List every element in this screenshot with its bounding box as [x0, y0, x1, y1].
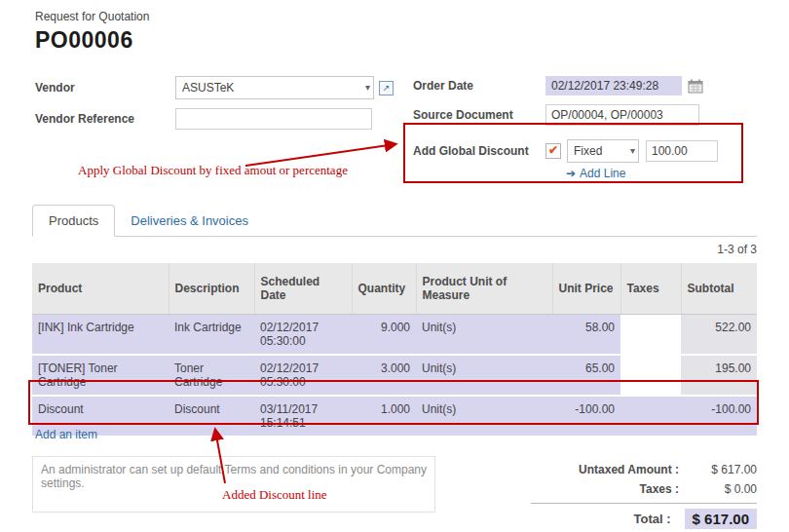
- cell-product[interactable]: [INK] Ink Cartridge: [32, 315, 169, 356]
- col-header-quantity[interactable]: Quantity: [352, 263, 416, 315]
- vendor-reference-input[interactable]: [175, 108, 372, 130]
- total-row: Total : $ 617.00: [531, 506, 757, 532]
- terms-and-conditions-input[interactable]: An administrator can set up default Term…: [32, 456, 435, 513]
- discount-amount-input[interactable]: 100.00: [646, 140, 718, 162]
- chevron-down-icon[interactable]: ▾: [365, 77, 370, 98]
- total-value: $ 617.00: [685, 509, 757, 529]
- arrow-right-icon: ➔: [566, 167, 576, 180]
- document-type-label: Request for Quotation: [35, 10, 149, 23]
- col-header-subtotal[interactable]: Subtotal: [681, 263, 757, 315]
- untaxed-amount-value: $ 617.00: [695, 463, 757, 476]
- taxes-value: $ 0.00: [695, 482, 757, 496]
- totals-panel: Untaxed Amount : $ 617.00 Taxes : $ 0.00…: [531, 460, 757, 532]
- taxes-row: Taxes : $ 0.00: [531, 479, 757, 499]
- cell-uom[interactable]: Unit(s): [416, 396, 552, 437]
- cell-description[interactable]: Toner Cartridge: [169, 355, 254, 396]
- cell-subtotal: 195.00: [681, 355, 757, 396]
- cell-taxes[interactable]: [620, 355, 681, 396]
- order-lines-table: Product Description Scheduled Date Quant…: [32, 263, 757, 437]
- cell-uom[interactable]: Unit(s): [416, 315, 552, 356]
- add-an-item-link[interactable]: Add an item: [35, 428, 97, 441]
- col-header-unit-price[interactable]: Unit Price: [552, 263, 620, 315]
- add-line-row: ➔ Add Line: [566, 167, 764, 180]
- order-date-label: Order Date: [413, 79, 545, 93]
- calendar-icon[interactable]: [688, 79, 703, 94]
- global-discount-label: Add Global Discount: [413, 144, 545, 158]
- col-header-description[interactable]: Description: [169, 263, 254, 315]
- cell-unit-price[interactable]: 65.00: [552, 355, 620, 396]
- discount-type-select[interactable]: Fixed ▾: [567, 139, 639, 163]
- table-row[interactable]: [INK] Ink Cartridge Ink Cartridge 02/12/…: [32, 315, 757, 356]
- cell-unit-price[interactable]: -100.00: [552, 396, 620, 437]
- order-date-input[interactable]: 02/12/2017 23:49:28: [545, 76, 682, 95]
- table-row-discount[interactable]: Discount Discount 03/11/2017 15:14:51 1.…: [32, 396, 757, 437]
- order-date-row: Order Date 02/12/2017 23:49:28: [413, 76, 764, 95]
- chevron-down-icon: ▾: [630, 140, 635, 162]
- total-label: Total :: [634, 512, 671, 526]
- page-title: PO00006: [35, 27, 149, 54]
- col-header-taxes[interactable]: Taxes: [620, 263, 681, 315]
- cell-quantity[interactable]: 1.000: [352, 396, 416, 437]
- source-document-row: Source Document OP/00004, OP/00003: [413, 104, 764, 126]
- taxes-label: Taxes :: [640, 482, 679, 496]
- cell-taxes[interactable]: [620, 315, 681, 356]
- document-header: Request for Quotation PO00006: [35, 10, 149, 54]
- vendor-select[interactable]: ASUSTeK ▾: [175, 76, 374, 99]
- add-line-link[interactable]: Add Line: [580, 167, 625, 180]
- col-header-uom[interactable]: Product Unit of Measure: [416, 263, 552, 315]
- source-document-input[interactable]: OP/00004, OP/00003: [545, 104, 699, 126]
- tab-deliveries-invoices[interactable]: Deliveries & Invoices: [115, 206, 264, 236]
- cell-subtotal: 522.00: [681, 315, 757, 356]
- global-discount-controls: ✔ Fixed ▾ 100.00: [545, 139, 718, 163]
- global-discount-checkbox[interactable]: ✔: [545, 143, 561, 159]
- cell-scheduled-date[interactable]: 03/11/2017 15:14:51: [254, 396, 352, 437]
- cell-taxes[interactable]: [620, 396, 681, 437]
- form-left-column: Vendor ASUSTeK ▾ ↗ Vendor Reference: [35, 76, 405, 138]
- table-header-row: Product Description Scheduled Date Quant…: [32, 263, 757, 315]
- totals-divider: [531, 503, 757, 504]
- list-pager: 1-3 of 3: [32, 243, 757, 256]
- annotation-discount-line-note: Added Discount line: [222, 487, 327, 503]
- cell-description[interactable]: Discount: [169, 396, 254, 437]
- cell-unit-price[interactable]: 58.00: [552, 315, 620, 356]
- vendor-value: ASUSTeK: [182, 81, 234, 95]
- check-icon: ✔: [548, 143, 558, 157]
- untaxed-amount-label: Untaxed Amount :: [579, 463, 679, 476]
- untaxed-amount-row: Untaxed Amount : $ 617.00: [531, 460, 757, 479]
- vendor-label: Vendor: [35, 81, 175, 95]
- vendor-reference-row: Vendor Reference: [35, 108, 405, 130]
- cell-description[interactable]: Ink Cartridge: [169, 315, 254, 356]
- cell-quantity[interactable]: 9.000: [352, 315, 416, 356]
- tab-products[interactable]: Products: [32, 205, 115, 237]
- cell-quantity[interactable]: 3.000: [352, 355, 416, 396]
- annotation-global-discount-note: Apply Global Discount by fixed amout or …: [78, 163, 348, 178]
- cell-product[interactable]: [TONER] Toner Cartridge: [32, 355, 169, 396]
- cell-subtotal: -100.00: [681, 396, 757, 437]
- global-discount-row: Add Global Discount ✔ Fixed ▾ 100.00: [413, 139, 764, 163]
- source-document-label: Source Document: [413, 108, 545, 122]
- table-row[interactable]: [TONER] Toner Cartridge Toner Cartridge …: [32, 355, 757, 396]
- cell-scheduled-date[interactable]: 02/12/2017 05:30:00: [254, 315, 352, 356]
- vendor-reference-label: Vendor Reference: [35, 112, 175, 126]
- external-link-icon[interactable]: ↗: [379, 81, 394, 95]
- cell-uom[interactable]: Unit(s): [416, 355, 552, 396]
- cell-scheduled-date[interactable]: 02/12/2017 05:30:00: [254, 355, 352, 396]
- notebook-tabs: Products Deliveries & Invoices: [32, 203, 757, 237]
- vendor-row: Vendor ASUSTeK ▾ ↗: [35, 76, 405, 99]
- col-header-scheduled-date[interactable]: Scheduled Date: [254, 263, 352, 315]
- form-right-column: Order Date 02/12/2017 23:49:28 Source Do…: [413, 76, 764, 180]
- discount-type-value: Fixed: [574, 144, 602, 158]
- col-header-product[interactable]: Product: [32, 263, 169, 315]
